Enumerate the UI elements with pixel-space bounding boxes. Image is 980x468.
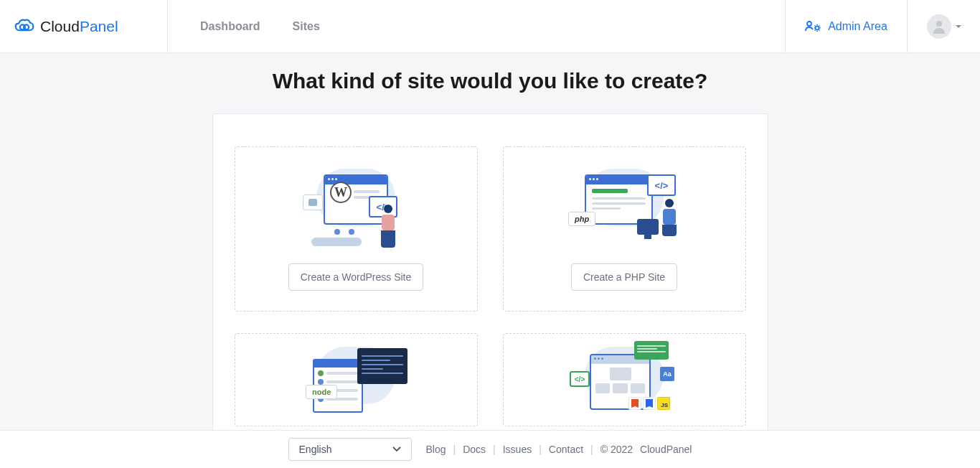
- footer: English Blog | Docs | Issues | Contact |…: [0, 430, 980, 468]
- users-gear-icon: [805, 20, 821, 33]
- footer-brand: CloudPanel: [640, 444, 692, 455]
- logo-text: CloudPanel: [40, 18, 118, 35]
- svg-point-1: [24, 24, 29, 29]
- nav: Dashboard Sites: [168, 0, 785, 52]
- site-type-card: W </> Create a WordPress Site </>: [212, 113, 768, 449]
- logo[interactable]: CloudPanel: [0, 0, 168, 52]
- footer-contact-link[interactable]: Contact: [549, 444, 583, 455]
- cloud-logo-icon: [14, 17, 34, 37]
- option-node[interactable]: node: [235, 333, 478, 426]
- svg-point-4: [936, 21, 942, 27]
- main: What kind of site would you like to crea…: [0, 53, 980, 449]
- php-illustration: </> php: [567, 160, 682, 248]
- footer-copyright: © 2022: [600, 444, 633, 455]
- page-title: What kind of site would you like to crea…: [273, 69, 708, 93]
- create-php-button[interactable]: Create a PHP Site: [571, 263, 677, 291]
- static-illustration: Aa </> JS: [567, 341, 682, 410]
- create-wordpress-button[interactable]: Create a WordPress Site: [288, 263, 424, 291]
- chevron-down-icon: [392, 446, 401, 452]
- admin-area-link[interactable]: Admin Area: [785, 0, 907, 52]
- nav-sites[interactable]: Sites: [293, 20, 320, 33]
- admin-area-label: Admin Area: [828, 20, 887, 33]
- node-illustration: node: [298, 341, 413, 410]
- wordpress-illustration: W </>: [298, 160, 413, 248]
- language-select[interactable]: English: [288, 438, 412, 461]
- svg-point-2: [807, 22, 811, 26]
- nav-dashboard[interactable]: Dashboard: [200, 20, 260, 33]
- avatar-icon: [927, 14, 951, 39]
- option-php[interactable]: </> php Create a PHP Site: [503, 146, 746, 312]
- footer-blog-link[interactable]: Blog: [426, 444, 446, 455]
- svg-point-3: [816, 26, 819, 29]
- language-value: English: [299, 444, 332, 455]
- footer-docs-link[interactable]: Docs: [463, 444, 486, 455]
- option-static[interactable]: Aa </> JS: [503, 333, 746, 426]
- user-menu[interactable]: [907, 0, 980, 52]
- header: CloudPanel Dashboard Sites Admin Area: [0, 0, 980, 53]
- option-wordpress[interactable]: W </> Create a WordPress Site: [235, 146, 478, 312]
- chevron-down-icon: [956, 25, 961, 28]
- footer-issues-link[interactable]: Issues: [503, 444, 532, 455]
